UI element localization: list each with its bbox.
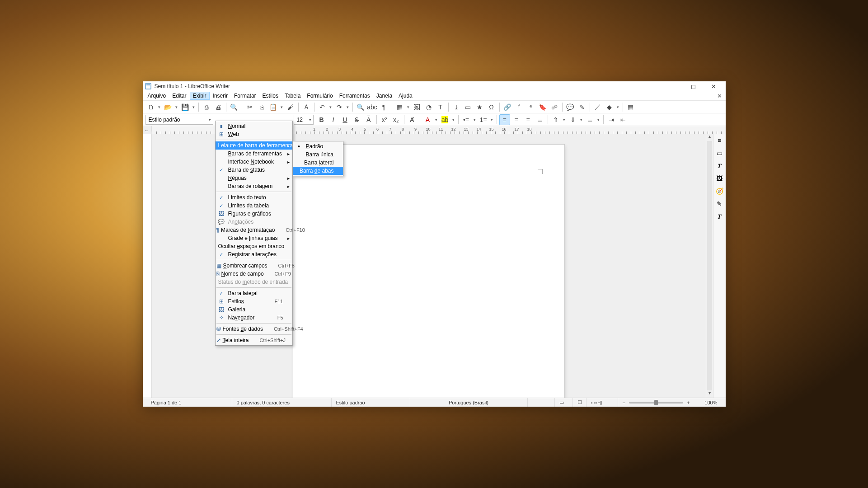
dock-gallery-button[interactable]: 🖼 [714,174,724,183]
status-selection-mode[interactable]: ▭ [555,398,573,407]
print-button[interactable]: 🖨 [213,102,224,113]
bullets-button[interactable]: •≡ [461,114,472,125]
line-button[interactable]: ／ [592,102,603,113]
view-menu-item[interactable]: ∎Normal [216,122,292,130]
paste-button[interactable]: 📋 [268,102,279,113]
menu-exibir[interactable]: Exibir [190,92,210,100]
grid-3d-button[interactable]: ▦ [625,102,636,113]
align-justify-button[interactable]: ≣ [535,114,545,125]
copy-button[interactable]: ⎘ [256,102,267,113]
view-menu-item[interactable]: Ocultar espaços em branco [216,242,292,250]
view-menu-item[interactable]: Registrar alterações [216,250,292,258]
vertical-ruler[interactable] [143,134,152,398]
dropdown-arrow-icon[interactable]: ▾ [157,105,162,109]
view-menu-item[interactable]: ⎘Nomes de campoCtrl+F9 [216,270,292,278]
dropdown-arrow-icon[interactable]: ▾ [473,117,477,122]
status-zoom-slider[interactable]: − + [618,398,699,407]
book-view-icon[interactable]: ▫▯ [598,399,602,405]
menu-ferramentas[interactable]: Ferramentas [336,92,373,100]
view-menu-item[interactable]: Barra lateral [216,289,292,297]
export-pdf-button[interactable]: ⎙ [201,102,212,113]
indent-dec-button[interactable]: ⇤ [618,114,629,125]
paragraph-style-combo[interactable]: Estilo padrão ▾ [145,115,213,125]
comment-button[interactable]: 💬 [565,102,576,113]
zoom-in-icon[interactable]: + [687,400,690,405]
view-menu-item[interactable]: Interface Notebook▸ [216,158,292,166]
align-right-button[interactable]: ≡ [523,114,534,125]
numbering-button[interactable]: 1≡ [478,114,489,125]
view-menu-item[interactable]: Leiaute de barra de ferramentas▸ [216,141,292,150]
vertical-scrollbar[interactable]: ▴ ▾ [706,134,713,398]
status-insert-mode[interactable] [528,398,555,407]
cut-button[interactable]: ✂ [244,102,255,113]
font-size-combo[interactable]: 12 ▾ [294,115,314,125]
layout-submenu-item[interactable]: Barra de abas [293,167,343,175]
menu-janela[interactable]: Janela [373,92,395,100]
bold-button[interactable]: B [316,114,327,125]
dropdown-arrow-icon[interactable]: ▾ [616,105,620,109]
dropdown-arrow-icon[interactable]: ▾ [579,117,584,122]
status-signature[interactable]: ☐ [573,398,586,407]
menu-estilos[interactable]: Estilos [259,92,282,100]
view-menu-item[interactable]: ⊞Web [216,130,292,138]
spellcheck-button[interactable]: abc [367,102,378,113]
textbox-button[interactable]: T [435,102,446,113]
document-close-button[interactable]: ✕ [716,93,724,99]
view-menu-item[interactable]: ✧NavegadorF5 [216,314,292,322]
scroll-up-icon[interactable]: ▴ [706,134,713,141]
line-spacing-button[interactable]: ≣ [585,114,596,125]
menu-formatar[interactable]: Formatar [231,92,259,100]
menu-inserir[interactable]: Inserir [210,92,231,100]
dropdown-arrow-icon[interactable]: ▾ [562,117,567,122]
undo-button[interactable]: ↶ [317,102,328,113]
dropdown-arrow-icon[interactable]: ▾ [596,117,601,122]
dock-design-button[interactable]: 𝑻 [714,211,724,221]
field-button[interactable]: ▭ [463,102,474,113]
dock-properties-button[interactable]: ≡ [714,136,724,145]
minimize-button[interactable]: ― [663,81,683,91]
scroll-track[interactable] [707,141,712,390]
special-char-button[interactable]: ★ [474,102,485,113]
menu-editar[interactable]: Editar [169,92,189,100]
dock-manage-changes-button[interactable]: ✎ [714,199,724,209]
multi-page-icon[interactable]: ▫▫ [593,400,597,405]
nonprinting-button[interactable]: ¶ [379,102,389,113]
page-break-button[interactable]: ⤓ [451,102,462,113]
dropdown-arrow-icon[interactable]: ▾ [346,105,350,109]
dropdown-arrow-icon[interactable]: ▾ [280,105,284,109]
menu-formulario[interactable]: Formulário [304,92,336,100]
view-menu-item[interactable]: Limites do texto [216,193,292,202]
save-button[interactable]: 💾 [180,102,191,113]
view-menu-item[interactable]: Grade e linhas guias▸ [216,234,292,242]
dropdown-arrow-icon[interactable]: ▾ [406,105,411,109]
superscript-button[interactable]: x² [379,114,390,125]
dropdown-arrow-icon[interactable]: ▾ [192,105,196,109]
align-center-button[interactable]: ≡ [511,114,522,125]
indent-inc-button[interactable]: ⇥ [606,114,617,125]
bookmark-button[interactable]: 🔖 [537,102,548,113]
table-button[interactable]: ▦ [394,102,405,113]
dock-navigator-button[interactable]: 🧭 [714,186,724,196]
new-button[interactable]: 🗋 [145,102,156,113]
outline-down-button[interactable]: ⇓ [568,114,578,125]
status-zoom-value[interactable]: 100% [699,398,722,407]
close-button[interactable]: ✕ [704,81,724,91]
dock-styles-button[interactable]: 𝑻 [714,161,724,171]
outline-up-button[interactable]: ⇑ [550,114,561,125]
menu-arquivo[interactable]: Arquivo [145,92,169,100]
clear-fmt-button[interactable]: Ａ [301,102,312,113]
open-button[interactable]: 📂 [163,102,174,113]
track-changes-button[interactable]: ✎ [577,102,587,113]
endnote-button[interactable]: ᵉ [525,102,536,113]
find-button[interactable]: 🔍 [355,102,366,113]
scroll-down-icon[interactable]: ▾ [706,390,713,398]
italic-button[interactable]: I [328,114,339,125]
layout-submenu-item[interactable]: Barra lateral [293,159,343,167]
view-menu-item[interactable]: 🖼Galeria [216,305,292,314]
view-menu-item[interactable]: ▦Sombrear camposCtrl+F8 [216,262,292,270]
maximize-button[interactable]: ◻ [683,81,704,91]
erase-format-button[interactable]: A̸ [407,114,418,125]
cross-ref-button[interactable]: ☍ [549,102,560,113]
zoom-slider-knob[interactable] [654,400,658,405]
menu-tabela[interactable]: Tabela [282,92,304,100]
